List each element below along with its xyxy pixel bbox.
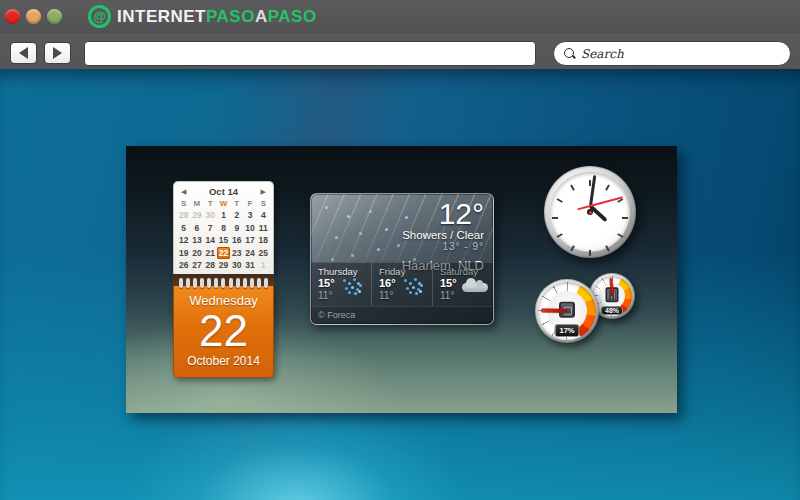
dow-label: S xyxy=(177,198,190,209)
calendar-day[interactable]: 27 xyxy=(190,259,203,272)
at-icon: @ xyxy=(88,5,111,28)
calendar-day[interactable]: 24 xyxy=(243,247,256,260)
calendar-day[interactable]: 6 xyxy=(190,222,203,235)
calendar-day[interactable]: 28 xyxy=(204,259,217,272)
back-button[interactable] xyxy=(10,42,37,64)
calendar-day[interactable]: 20 xyxy=(190,247,203,260)
calendar-day-name: Wednesday xyxy=(174,286,273,308)
forecast-day: Friday 16° 11° xyxy=(371,263,432,306)
forward-arrow-icon xyxy=(53,47,62,59)
forecast-day-name: Thursday xyxy=(318,266,371,277)
calendar-day[interactable]: 29 xyxy=(190,209,203,222)
window-titlebar: @ INTERNETPASOAPASO xyxy=(0,0,800,33)
forward-button[interactable] xyxy=(44,42,71,64)
calendar-day[interactable]: 2 xyxy=(230,209,243,222)
calendar-day[interactable]: 26 xyxy=(177,259,190,272)
calendar-day[interactable]: 16 xyxy=(230,234,243,247)
forecast-day: Thursday 15° 11° xyxy=(311,263,371,306)
window-controls xyxy=(5,9,62,24)
calendar-day[interactable]: 31 xyxy=(243,259,256,272)
dow-label: M xyxy=(190,198,203,209)
calendar-big-day: 22 xyxy=(174,308,273,354)
search-box[interactable] xyxy=(553,41,791,66)
calendar-gadget: ◀ Oct 14 ▶ S M T W T F S 28 29 30 xyxy=(173,181,274,378)
calendar-day-selected[interactable]: 22 xyxy=(217,247,230,260)
close-button[interactable] xyxy=(5,9,20,24)
calendar-day[interactable]: 29 xyxy=(217,259,230,272)
calendar-day[interactable]: 9 xyxy=(230,222,243,235)
weather-attribution: © Foreca xyxy=(311,306,493,324)
calendar-day[interactable]: 25 xyxy=(257,247,270,260)
calendar-today-card: Wednesday 22 October 2014 xyxy=(173,286,274,378)
calendar-month-view: ◀ Oct 14 ▶ S M T W T F S 28 29 30 xyxy=(173,181,274,274)
calendar-day[interactable]: 14 xyxy=(204,234,217,247)
calendar-month-label: Oct 14 xyxy=(209,186,238,197)
calendar-day[interactable]: 8 xyxy=(217,222,230,235)
calendar-month-year: October 2014 xyxy=(174,354,273,368)
calendar-prev-icon[interactable]: ◀ xyxy=(181,185,186,198)
calendar-day[interactable]: 30 xyxy=(204,209,217,222)
site-logo: @ INTERNETPASOAPASO xyxy=(88,5,317,28)
forecast-strip: Thursday 15° 11° Friday 16° 11° Saturday… xyxy=(311,262,493,306)
dow-label: T xyxy=(204,198,217,209)
calendar-day[interactable]: 11 xyxy=(257,222,270,235)
current-condition: Showers / Clear xyxy=(402,229,484,241)
dow-label: F xyxy=(243,198,256,209)
address-bar[interactable] xyxy=(84,41,536,66)
logo-word-paso-2: PASO xyxy=(268,7,317,26)
dow-label-today: W xyxy=(217,198,230,209)
weather-gadget: 12° Showers / Clear 13° - 9° Haarlem, NL… xyxy=(310,193,494,325)
calendar-day[interactable]: 7 xyxy=(204,222,217,235)
current-hi-lo: 13° - 9° xyxy=(402,241,484,252)
calendar-next-icon[interactable]: ▶ xyxy=(261,185,266,198)
minimize-button[interactable] xyxy=(26,9,41,24)
calendar-day[interactable]: 30 xyxy=(230,259,243,272)
browser-window: @ INTERNETPASOAPASO ◀ Oct 14 ▶ xyxy=(0,0,800,500)
calendar-day[interactable]: 4 xyxy=(257,209,270,222)
calendar-day[interactable]: 1 xyxy=(217,209,230,222)
cpu-usage-badge: 17% xyxy=(554,324,579,337)
clock-face xyxy=(550,172,630,252)
back-arrow-icon xyxy=(19,47,28,59)
calendar-day[interactable]: 19 xyxy=(177,247,190,260)
forecast-day: Saturday 15° 11° xyxy=(432,263,493,306)
calendar-day[interactable]: 17 xyxy=(243,234,256,247)
browser-toolbar xyxy=(0,33,800,69)
calendar-day[interactable]: 23 xyxy=(230,247,243,260)
current-temp: 12° xyxy=(402,199,484,229)
cpu-meter-gadget: 17% xyxy=(535,279,599,343)
clock-gadget xyxy=(544,166,636,258)
logo-text: INTERNETPASOAPASO xyxy=(117,7,317,27)
calendar-day[interactable]: 13 xyxy=(190,234,203,247)
cloud-icon xyxy=(462,283,488,292)
search-input[interactable] xyxy=(581,47,780,61)
calendar-grid: S M T W T F S 28 29 30 1 2 3 4 xyxy=(177,198,270,272)
rain-icon xyxy=(343,279,363,295)
rain-texture xyxy=(325,206,328,209)
calendar-day[interactable]: 3 xyxy=(243,209,256,222)
logo-word-paso-1: PASO xyxy=(206,7,255,26)
cpu-needle xyxy=(541,309,567,313)
gadget-panel: ◀ Oct 14 ▶ S M T W T F S 28 29 30 xyxy=(126,146,677,413)
logo-word-a: A xyxy=(255,7,268,26)
forecast-day-name: Friday xyxy=(379,266,432,277)
calendar-spiral-binding xyxy=(173,274,274,286)
desktop-wallpaper: ◀ Oct 14 ▶ S M T W T F S 28 29 30 xyxy=(0,69,800,500)
dow-label: S xyxy=(257,198,270,209)
clock-center-cap xyxy=(587,209,593,215)
calendar-day[interactable]: 12 xyxy=(177,234,190,247)
calendar-day[interactable]: 15 xyxy=(217,234,230,247)
zoom-button[interactable] xyxy=(47,9,62,24)
calendar-day[interactable]: 10 xyxy=(243,222,256,235)
forecast-day-name: Saturday xyxy=(440,266,493,277)
calendar-day[interactable]: 5 xyxy=(177,222,190,235)
calendar-day[interactable]: 21 xyxy=(204,247,217,260)
calendar-day[interactable]: 28 xyxy=(177,209,190,222)
logo-word-internet: INTERNET xyxy=(117,7,206,26)
calendar-day[interactable]: 1 xyxy=(257,259,270,272)
dow-label: T xyxy=(230,198,243,209)
rain-icon xyxy=(404,279,424,295)
ram-usage-badge: 48% xyxy=(601,306,623,315)
calendar-day[interactable]: 18 xyxy=(257,234,270,247)
calendar-header: ◀ Oct 14 ▶ xyxy=(177,185,270,198)
